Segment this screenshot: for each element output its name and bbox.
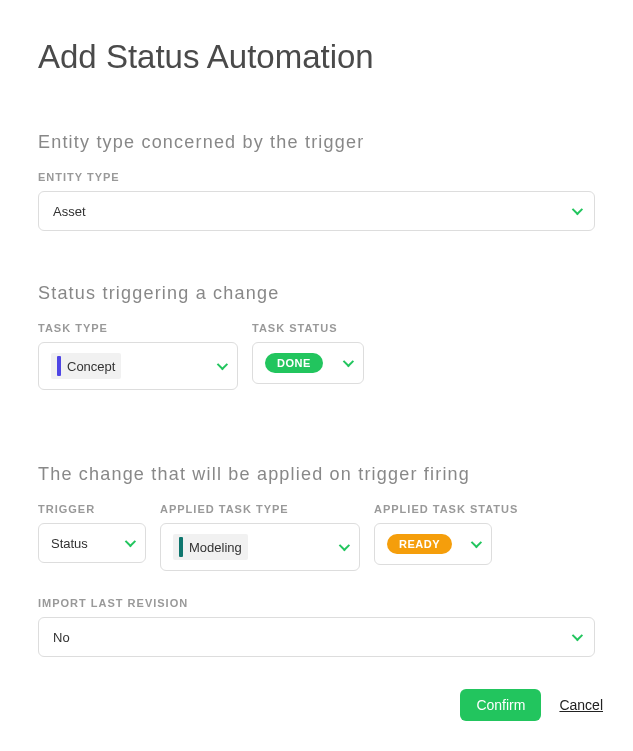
entity-type-value: Asset bbox=[53, 204, 86, 219]
entity-type-heading: Entity type concerned by the trigger bbox=[38, 132, 595, 153]
import-last-revision-select[interactable]: No bbox=[38, 617, 595, 657]
trigger-select[interactable]: Status bbox=[38, 523, 146, 563]
task-type-tag: Concept bbox=[51, 353, 121, 379]
task-status-pill: DONE bbox=[265, 353, 323, 373]
applied-task-type-colorbar bbox=[179, 537, 183, 557]
task-type-label: TASK TYPE bbox=[38, 322, 238, 334]
chevron-down-icon bbox=[343, 356, 354, 367]
cancel-link[interactable]: Cancel bbox=[559, 697, 603, 713]
task-type-colorbar bbox=[57, 356, 61, 376]
task-status-label: TASK STATUS bbox=[252, 322, 364, 334]
trigger-section: Status triggering a change TASK TYPE Con… bbox=[38, 283, 595, 390]
applied-task-status-label: APPLIED TASK STATUS bbox=[374, 503, 518, 515]
task-type-value: Concept bbox=[67, 359, 115, 374]
applied-task-status-select[interactable]: READY bbox=[374, 523, 492, 565]
chevron-down-icon bbox=[339, 540, 350, 551]
page-title: Add Status Automation bbox=[38, 38, 595, 76]
chevron-down-icon bbox=[572, 630, 583, 641]
trigger-heading: Status triggering a change bbox=[38, 283, 595, 304]
trigger-field-label: TRIGGER bbox=[38, 503, 146, 515]
applied-task-status-pill: READY bbox=[387, 534, 452, 554]
confirm-button[interactable]: Confirm bbox=[460, 689, 541, 721]
applied-task-type-tag: Modeling bbox=[173, 534, 248, 560]
import-last-revision-label: IMPORT LAST REVISION bbox=[38, 597, 595, 609]
import-last-revision-value: No bbox=[53, 630, 70, 645]
entity-type-label: ENTITY TYPE bbox=[38, 171, 595, 183]
applied-task-type-select[interactable]: Modeling bbox=[160, 523, 360, 571]
trigger-value: Status bbox=[51, 536, 88, 551]
task-status-select[interactable]: DONE bbox=[252, 342, 364, 384]
applied-task-type-label: APPLIED TASK TYPE bbox=[160, 503, 360, 515]
applied-task-type-value: Modeling bbox=[189, 540, 242, 555]
entity-type-section: Entity type concerned by the trigger ENT… bbox=[38, 132, 595, 231]
footer: Confirm Cancel bbox=[460, 689, 603, 721]
entity-type-select[interactable]: Asset bbox=[38, 191, 595, 231]
chevron-down-icon bbox=[125, 536, 136, 547]
task-type-select[interactable]: Concept bbox=[38, 342, 238, 390]
chevron-down-icon bbox=[572, 204, 583, 215]
chevron-down-icon bbox=[471, 537, 482, 548]
change-heading: The change that will be applied on trigg… bbox=[38, 464, 595, 485]
change-section: The change that will be applied on trigg… bbox=[38, 464, 595, 657]
chevron-down-icon bbox=[217, 359, 228, 370]
